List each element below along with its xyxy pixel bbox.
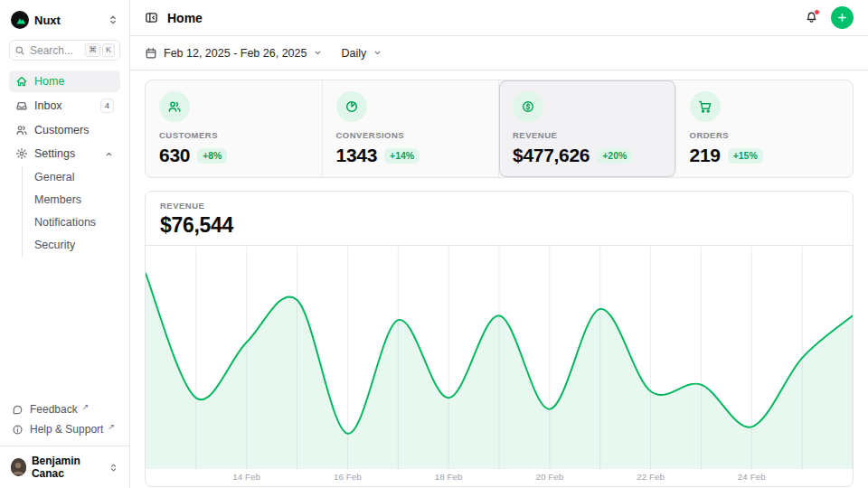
stat-label: CONVERSIONS: [336, 130, 486, 140]
stat-label: REVENUE: [513, 130, 662, 140]
stat-conversions[interactable]: CONVERSIONS 1343 +14%: [323, 80, 500, 177]
kbd-k: K: [102, 43, 115, 57]
stat-delta-badge: +15%: [728, 148, 763, 164]
stats-row: CUSTOMERS 630 +8% CONVERSIONS 1343 +14%: [145, 80, 854, 178]
workspace-switcher[interactable]: Nuxt: [9, 7, 120, 33]
calendar-icon: [145, 47, 157, 60]
filter-toolbar: Feb 12, 2025 - Feb 26, 2025 Daily: [130, 36, 868, 70]
external-link-icon: ↗: [108, 422, 115, 431]
sidebar-item-home[interactable]: Home: [9, 70, 120, 92]
stat-revenue[interactable]: REVENUE $477,626 +20%: [499, 80, 676, 177]
svg-text:18 Feb: 18 Feb: [435, 472, 463, 482]
sidebar-item-label: Home: [34, 75, 64, 88]
feedback-link[interactable]: Feedback ↗: [9, 399, 120, 419]
search-shortcut: ⌘K: [85, 43, 115, 57]
revenue-chart-card: REVENUE $76,544 14 Feb16 Feb18 Feb20 Feb…: [145, 191, 854, 487]
sidebar-item-members[interactable]: Members: [23, 189, 120, 211]
date-range-label: Feb 12, 2025 - Feb 26, 2025: [164, 47, 307, 60]
stat-value: $477,626: [513, 145, 590, 166]
sidebar-item-settings[interactable]: Settings: [9, 143, 120, 164]
sidebar-item-label: Inbox: [34, 99, 62, 112]
sidebar-item-customers[interactable]: Customers: [9, 119, 120, 141]
stat-value: 1343: [336, 145, 378, 166]
home-icon: [15, 75, 28, 88]
users-icon: [159, 91, 190, 122]
chevron-up-down-icon: [108, 14, 118, 25]
stat-value: 630: [159, 145, 190, 166]
stat-customers[interactable]: CUSTOMERS 630 +8%: [146, 80, 323, 177]
chat-bubble-icon: [12, 404, 24, 416]
svg-text:20 Feb: 20 Feb: [535, 472, 563, 482]
kbd-meta: ⌘: [85, 43, 100, 57]
chevron-up-down-icon: [108, 463, 118, 473]
sidebar-item-notifications[interactable]: Notifications: [23, 211, 120, 234]
feedback-label: Feedback: [30, 403, 78, 416]
period-select[interactable]: Daily: [341, 47, 382, 60]
stat-delta-badge: +14%: [384, 148, 420, 164]
new-item-button[interactable]: [831, 6, 854, 29]
info-circle-icon: [12, 424, 24, 436]
period-label: Daily: [341, 47, 366, 60]
help-support-label: Help & Support: [30, 423, 103, 436]
cart-icon: [690, 91, 721, 122]
workspace-name: Nuxt: [34, 14, 61, 27]
sidebar-item-label: Customers: [34, 124, 89, 136]
stat-delta-badge: +8%: [197, 148, 227, 164]
chart-header: REVENUE $76,544: [146, 192, 853, 246]
user-menu[interactable]: Benjamin Canac: [0, 446, 129, 483]
sidebar-item-label: Settings: [34, 147, 75, 160]
sidebar-item-security[interactable]: Security: [23, 234, 120, 257]
stat-label: CUSTOMERS: [159, 130, 308, 140]
chevron-down-icon: [373, 48, 382, 58]
plus-icon: [836, 12, 848, 23]
stat-label: ORDERS: [690, 130, 840, 140]
search-icon: [14, 45, 25, 56]
svg-text:24 Feb: 24 Feb: [738, 472, 766, 482]
help-support-link[interactable]: Help & Support ↗: [9, 419, 120, 439]
inbox-count-badge: 4: [100, 99, 114, 113]
sidebar-item-inbox[interactable]: Inbox 4: [9, 94, 120, 117]
chevron-up-icon: [104, 149, 114, 159]
external-link-icon: ↗: [82, 402, 90, 411]
search-input[interactable]: Search... ⌘K: [9, 40, 120, 61]
stat-value: 219: [690, 145, 721, 166]
header-actions: [805, 6, 854, 29]
user-name: Benjamin Canac: [32, 455, 103, 480]
page-title: Home: [167, 11, 203, 25]
svg-text:16 Feb: 16 Feb: [334, 472, 362, 482]
users-icon: [15, 124, 28, 136]
sidebar-item-general[interactable]: General: [23, 166, 120, 189]
chart-pie-icon: [336, 91, 367, 122]
settings-subnav: General Members Notifications Security: [22, 166, 120, 257]
stat-orders[interactable]: ORDERS 219 +15%: [676, 80, 854, 177]
sidebar-collapse-button[interactable]: [145, 11, 158, 24]
inbox-icon: [15, 99, 28, 112]
sidebar: Nuxt Search... ⌘K Home: [0, 0, 130, 488]
chart-title: REVENUE: [160, 201, 838, 211]
main-area: Home Feb 12, 2025 - Feb 26, 2025: [130, 0, 868, 488]
svg-text:22 Feb: 22 Feb: [637, 472, 665, 482]
chevron-down-icon: [313, 48, 323, 58]
sidebar-spacer: [9, 258, 120, 399]
notification-dot: [814, 9, 820, 15]
sidebar-nav: Home Inbox 4 Customers Settings: [9, 70, 120, 258]
svg-text:14 Feb: 14 Feb: [232, 472, 260, 482]
circle-dollar-icon: [513, 91, 543, 122]
nuxt-logo-icon: [11, 11, 29, 29]
app-root: Nuxt Search... ⌘K Home: [0, 0, 868, 488]
search-placeholder: Search...: [30, 44, 73, 57]
stat-delta-badge: +20%: [597, 148, 632, 164]
user-avatar: [11, 458, 26, 476]
page-header: Home: [130, 0, 868, 36]
chart-current-value: $76,544: [160, 213, 838, 238]
gear-icon: [15, 147, 28, 160]
page-content: CUSTOMERS 630 +8% CONVERSIONS 1343 +14%: [130, 70, 868, 488]
revenue-area-chart[interactable]: 14 Feb16 Feb18 Feb20 Feb22 Feb24 Feb: [146, 246, 853, 486]
notifications-button[interactable]: [805, 11, 818, 24]
date-range-picker[interactable]: Feb 12, 2025 - Feb 26, 2025: [145, 47, 323, 60]
